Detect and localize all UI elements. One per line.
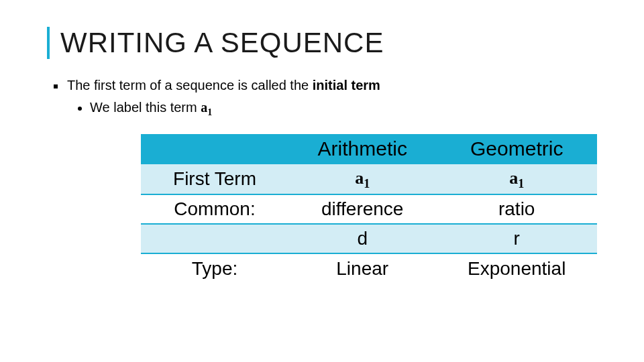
table-row: Type: Linear Exponential — [141, 253, 597, 283]
circle-bullet-icon — [78, 107, 82, 111]
math-a1: a1 — [355, 168, 370, 188]
table-row: d r — [141, 224, 597, 253]
cell-type-geo: Exponential — [436, 253, 597, 283]
cell-common-geo: ratio — [436, 194, 597, 224]
table-row: First Term a1 a1 — [141, 164, 597, 194]
row-label: Type: — [141, 253, 288, 283]
row-label — [141, 224, 288, 253]
cell-symbol-geo: r — [436, 224, 597, 253]
header-geometric: Geometric — [436, 134, 597, 164]
math-a1: a1 — [201, 100, 212, 115]
sub-bullet-item: We label this term a1 — [78, 100, 604, 118]
bullet-bold: initial term — [313, 78, 380, 93]
cell-first-term-geo: a1 — [436, 164, 597, 194]
cell-common-arith: difference — [288, 194, 436, 224]
math-a1: a1 — [509, 168, 524, 188]
bullet-text: The first term of a sequence is called t… — [67, 78, 380, 93]
sub-prefix: We label this term — [90, 100, 201, 115]
cell-symbol-arith: d — [288, 224, 436, 253]
cell-first-term-arith: a1 — [288, 164, 436, 194]
comparison-table: Arithmetic Geometric First Term a1 a1 Co… — [141, 134, 597, 283]
title-block: WRITING A SEQUENCE — [47, 27, 604, 59]
header-arithmetic: Arithmetic — [288, 134, 436, 164]
row-label: First Term — [141, 164, 288, 194]
slide: WRITING A SEQUENCE The first term of a s… — [0, 0, 644, 296]
sub-bullet-text: We label this term a1 — [90, 100, 212, 118]
bullet-area: The first term of a sequence is called t… — [54, 78, 604, 118]
bullet-item: The first term of a sequence is called t… — [54, 78, 604, 93]
square-bullet-icon — [54, 84, 58, 88]
table-header-row: Arithmetic Geometric — [141, 134, 597, 164]
page-title: WRITING A SEQUENCE — [60, 27, 604, 59]
table-row: Common: difference ratio — [141, 194, 597, 224]
table: Arithmetic Geometric First Term a1 a1 Co… — [141, 134, 597, 283]
row-label: Common: — [141, 194, 288, 224]
header-blank — [141, 134, 288, 164]
bullet-prefix: The first term of a sequence is called t… — [67, 78, 313, 93]
cell-type-arith: Linear — [288, 253, 436, 283]
